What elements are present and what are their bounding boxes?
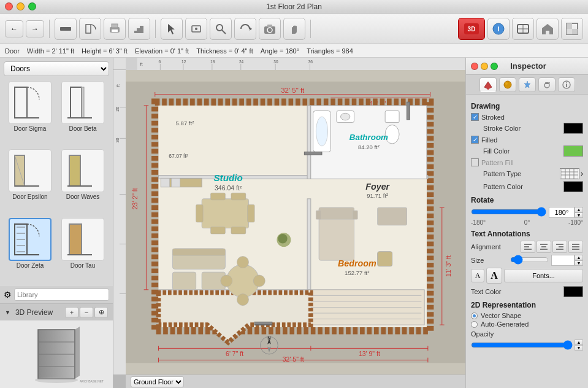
item-door-epsilon[interactable]: Door Epsilon <box>5 149 55 215</box>
item-door-tau[interactable]: Door Tau <box>58 218 108 284</box>
svg-rect-27 <box>82 87 84 118</box>
archbase-logo: ARCHBASE.NET <box>80 378 110 386</box>
pointer-tool-button[interactable] <box>161 18 183 40</box>
minimize-button[interactable] <box>17 2 25 10</box>
size-slider[interactable] <box>510 255 549 264</box>
font-large-button[interactable]: A <box>486 268 502 284</box>
toolbar-separator-2 <box>155 20 156 38</box>
floorplan-view-button[interactable] <box>561 18 583 40</box>
filled-row: ✓ Filled <box>471 136 583 144</box>
item-door-beta[interactable]: Door Beta <box>58 81 108 147</box>
fill-color-row: Fill Color <box>471 146 583 157</box>
window-view-button[interactable] <box>512 18 534 40</box>
inspector-tab-info[interactable] <box>558 77 575 92</box>
zoom-in-preview-button[interactable]: + <box>65 307 78 318</box>
library-search-input[interactable] <box>14 289 109 301</box>
rotate-decrement-button[interactable]: ▼ <box>575 212 583 218</box>
svg-rect-126 <box>378 208 407 225</box>
house-view-button[interactable] <box>536 18 559 40</box>
align-center-button[interactable] <box>536 241 551 253</box>
inspector-tab-material[interactable] <box>499 77 516 92</box>
vector-shape-radio[interactable] <box>471 312 478 319</box>
close-button[interactable] <box>5 2 13 10</box>
inspector-tab-light[interactable] <box>519 77 536 92</box>
zoom-tool-button[interactable] <box>210 18 232 40</box>
rotate-slider[interactable] <box>471 208 546 216</box>
text-color-swatch[interactable] <box>563 286 583 297</box>
svg-rect-99 <box>385 111 399 123</box>
info-width: Width = 2' 11" ft <box>27 47 74 55</box>
canvas-area[interactable]: ft 6 12 18 24 30 36 ft 26 <box>113 58 465 388</box>
stairs-tool-button[interactable] <box>128 18 150 40</box>
inspector-min-button[interactable] <box>481 63 488 70</box>
pattern-color-swatch[interactable] <box>563 181 583 192</box>
zoom-out-preview-button[interactable]: − <box>80 307 93 318</box>
svg-text:11' 3" ft: 11' 3" ft <box>445 255 452 277</box>
svg-rect-1 <box>86 25 91 33</box>
back-button[interactable]: ← <box>5 20 23 37</box>
info-button[interactable]: i <box>487 18 510 40</box>
opacity-increment-button[interactable]: ▲ <box>575 340 583 345</box>
settings-icon[interactable]: ⚙ <box>4 290 12 300</box>
move-tool-button[interactable] <box>185 18 207 40</box>
item-door-waves[interactable]: Door Waves <box>58 149 108 215</box>
svg-rect-106 <box>248 204 254 222</box>
rotate3d-tool-button[interactable] <box>234 18 256 40</box>
inspector-tab-camera[interactable] <box>538 77 556 92</box>
fill-color-swatch[interactable] <box>563 146 583 157</box>
svg-text:32' 5" ft: 32' 5" ft <box>283 355 304 363</box>
door-tool-button[interactable] <box>79 18 101 40</box>
inspector-close-button[interactable] <box>471 63 478 70</box>
size-input[interactable]: 14 <box>551 255 575 266</box>
inspector-tab-paint[interactable] <box>479 77 497 92</box>
floor-plan-svg: 32' 5" ft 11' 2" ft <box>126 70 465 374</box>
fonts-picker-button[interactable]: Fonts... <box>504 269 583 282</box>
preview-controls: + − ⊕ <box>65 307 108 318</box>
item-door-sigma[interactable]: Door Sigma <box>5 81 55 147</box>
stroked-checkbox[interactable]: ✓ <box>471 113 479 121</box>
align-left-button[interactable] <box>521 241 535 253</box>
hand-tool-button[interactable] <box>283 18 305 40</box>
inspector-max-button[interactable] <box>491 63 498 70</box>
align-right-button[interactable] <box>552 241 567 253</box>
font-small-button[interactable]: A <box>471 269 484 282</box>
reset-preview-button[interactable]: ⊕ <box>94 307 108 318</box>
floor-plan[interactable]: 32' 5" ft 11' 2" ft <box>126 70 465 374</box>
floor-select[interactable]: Ground Floor <box>131 376 184 387</box>
door-waves-label: Door Waves <box>66 193 100 200</box>
info-height: Height = 6' 3" ft <box>82 47 128 55</box>
maximize-button[interactable] <box>28 2 36 10</box>
item-door-zeta[interactable]: Door Zeta <box>5 218 55 284</box>
size-increment-button[interactable]: ▲ <box>575 255 583 260</box>
pattern-type-row: Pattern Type › <box>471 168 583 179</box>
category-select[interactable]: Doors <box>4 61 109 76</box>
pattern-fill-checkbox[interactable] <box>471 158 479 166</box>
rotate-degree-input[interactable] <box>549 207 575 218</box>
auto-generated-radio[interactable] <box>471 321 478 328</box>
svg-text:ft: ft <box>116 84 120 87</box>
preview-toggle-icon[interactable]: ▼ <box>5 309 10 316</box>
forward-button[interactable]: → <box>26 20 44 37</box>
stroke-color-swatch[interactable] <box>563 123 583 134</box>
camera-tool-button[interactable] <box>259 18 281 40</box>
opacity-slider[interactable] <box>471 341 573 349</box>
stroke-color-row: Stroke Color <box>471 123 583 134</box>
svg-point-6 <box>195 28 197 30</box>
align-justify-button[interactable] <box>568 241 583 253</box>
opacity-decrement-button[interactable]: ▼ <box>575 345 583 351</box>
svg-point-116 <box>237 256 248 268</box>
left-panel: Doors Door Sigma Door Beta <box>0 58 113 388</box>
category-dropdown[interactable]: Doors <box>4 61 109 76</box>
print-button[interactable] <box>104 18 126 40</box>
rotate-increment-button[interactable]: ▲ <box>575 207 583 212</box>
wall-tool-button[interactable] <box>55 18 77 40</box>
svg-marker-47 <box>75 327 80 379</box>
svg-text:30: 30 <box>273 59 278 63</box>
size-decrement-button[interactable]: ▼ <box>575 260 583 266</box>
pattern-type-chevron-icon[interactable]: › <box>581 169 583 178</box>
auto-generated-label: Auto-Generated <box>481 320 529 328</box>
pattern-type-selector[interactable] <box>560 168 579 179</box>
filled-checkbox[interactable]: ✓ <box>471 136 479 144</box>
3d-view-button[interactable]: 3D <box>458 18 485 40</box>
svg-rect-125 <box>353 211 358 219</box>
